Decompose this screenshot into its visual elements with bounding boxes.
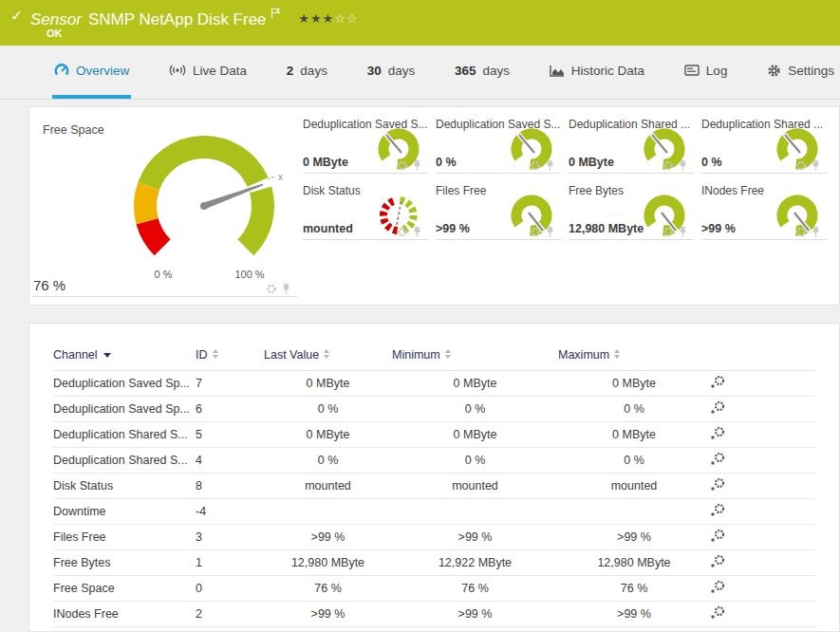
channel-name[interactable]: Deduplication Shared S...: [53, 448, 196, 474]
gauge-tile-grid: Deduplication Saved S... 0 MByte Dedupli…: [303, 117, 834, 240]
channel-last-value: >99 %: [264, 602, 392, 627]
gauge-tile[interactable]: Deduplication Shared ... 0 MByte: [569, 117, 694, 174]
channel-gear-icon[interactable]: [530, 227, 541, 237]
gauge-tile[interactable]: Files Free >99 %: [436, 183, 561, 240]
gauge-tile-value: mounted: [303, 222, 353, 235]
channel-gear-icon[interactable]: [795, 227, 807, 237]
flag-icon[interactable]: [271, 5, 281, 24]
channel-settings-icon[interactable]: [710, 504, 725, 517]
log-icon: [684, 65, 700, 76]
table-row[interactable]: Deduplication Shared S... 5 0 MByte 0 MB…: [53, 422, 815, 448]
tab-log[interactable]: Log: [682, 46, 730, 99]
sort-icon: [213, 349, 218, 359]
channel-minimum: [392, 499, 558, 525]
pin-icon[interactable]: [545, 227, 555, 237]
channel-id: 8: [196, 474, 264, 499]
pin-icon[interactable]: [281, 284, 291, 294]
gauge-max-label: 100 %: [234, 269, 264, 280]
channel-gear-icon[interactable]: [663, 227, 674, 237]
pin-icon[interactable]: [811, 227, 821, 237]
table-row[interactable]: Deduplication Saved Sp... 6 0 % 0 % 0 %: [53, 397, 815, 422]
pin-icon[interactable]: [412, 227, 422, 237]
channel-gear-icon[interactable]: [530, 160, 541, 171]
gauge-icon: [54, 63, 69, 78]
table-row[interactable]: Deduplication Saved Sp... 7 0 MByte 0 MB…: [53, 371, 815, 397]
channel-table: Channel ID Last Value Minimum Maximum De…: [53, 348, 815, 627]
channel-settings-icon[interactable]: [710, 453, 725, 466]
channel-minimum: 0 %: [392, 448, 558, 474]
channel-settings-icon[interactable]: [710, 401, 725, 415]
table-row[interactable]: Free Space 0 76 % 76 % 76 %: [53, 576, 815, 602]
tab-365-days[interactable]: 365 days: [453, 46, 512, 99]
channel-id: 1: [196, 550, 264, 576]
channel-name[interactable]: INodes Free: [53, 602, 196, 627]
gauge-tile[interactable]: Disk Status mounted: [303, 183, 428, 240]
channel-name[interactable]: Downtime: [53, 499, 196, 525]
channel-settings-icon[interactable]: [710, 606, 725, 620]
pin-icon[interactable]: [811, 160, 821, 171]
gauge-tile-value: 0 MByte: [303, 156, 348, 169]
tab-bar: Overview Live Data 2 days 30 days 365 da…: [0, 46, 840, 100]
channel-gear-icon[interactable]: [266, 284, 277, 294]
gauge-tile[interactable]: Deduplication Saved S... 0 %: [436, 117, 561, 174]
channel-gear-icon[interactable]: [663, 160, 674, 171]
table-row[interactable]: Files Free 3 >99 % >99 % >99 %: [53, 525, 815, 550]
pin-icon[interactable]: [412, 160, 422, 171]
channel-settings-icon[interactable]: [710, 376, 725, 389]
channel-settings-icon[interactable]: [710, 555, 725, 568]
channel-minimum: 0 MByte: [392, 371, 558, 397]
channel-name[interactable]: Deduplication Saved Sp...: [53, 371, 196, 397]
table-row[interactable]: Deduplication Shared S... 4 0 % 0 % 0 %: [53, 448, 815, 474]
channel-name[interactable]: Deduplication Saved Sp...: [53, 397, 196, 422]
gauge-tile[interactable]: Free Bytes 12,980 MByte: [569, 183, 694, 240]
channel-settings-icon[interactable]: [710, 530, 725, 543]
channel-minimum: >99 %: [392, 525, 558, 550]
tab-historic-data[interactable]: Historic Data: [548, 46, 646, 99]
channel-gear-icon[interactable]: [397, 227, 408, 237]
table-row[interactable]: Downtime -4: [53, 499, 815, 525]
pin-icon[interactable]: [545, 160, 555, 171]
channel-name[interactable]: Files Free: [53, 525, 196, 550]
page-title: SNMP NetApp Disk Free: [88, 10, 267, 28]
channel-last-value: mounted: [264, 474, 392, 499]
channel-gear-icon[interactable]: [795, 160, 807, 171]
channel-settings-icon[interactable]: [710, 581, 725, 594]
column-header-minimum[interactable]: Minimum: [392, 348, 558, 371]
channel-name[interactable]: Disk Status: [53, 474, 196, 499]
column-header-id[interactable]: ID: [196, 348, 264, 371]
gauge-tile[interactable]: Deduplication Shared ... 0 %: [701, 117, 827, 174]
column-header-channel[interactable]: Channel: [53, 348, 196, 371]
tab-overview[interactable]: Overview: [52, 46, 131, 99]
tab-30-days[interactable]: 30 days: [365, 46, 418, 99]
table-row[interactable]: INodes Free 2 >99 % >99 % >99 %: [53, 602, 815, 627]
channel-gear-icon[interactable]: [397, 160, 408, 171]
column-header-maximum[interactable]: Maximum: [558, 348, 710, 371]
pin-icon[interactable]: [678, 160, 688, 171]
channel-name[interactable]: Free Bytes: [53, 550, 196, 576]
priority-stars[interactable]: ★★★☆☆: [298, 11, 358, 26]
table-row[interactable]: Disk Status 8 mounted mounted mounted: [53, 474, 815, 499]
channel-last-value: 12,980 MByte: [264, 550, 392, 576]
pin-icon[interactable]: [678, 227, 688, 237]
channel-id: 4: [196, 448, 264, 474]
tab-2-days[interactable]: 2 days: [285, 46, 329, 99]
gauge-tile-value: 0 MByte: [569, 156, 614, 169]
stars-empty[interactable]: ☆☆: [334, 11, 358, 26]
tab-live-data[interactable]: Live Data: [167, 46, 249, 99]
column-header-last-value[interactable]: Last Value: [264, 348, 392, 371]
gauges-panel: Free Space x 0 % 100 % 76 % Deduplicatio…: [28, 106, 840, 306]
channel-settings-icon[interactable]: [710, 478, 725, 492]
table-row[interactable]: Free Bytes 1 12,980 MByte 12,922 MByte 1…: [53, 550, 815, 576]
sort-icon: [445, 349, 451, 359]
channel-minimum: 0 %: [392, 397, 558, 422]
live-data-icon: [169, 64, 186, 77]
channel-id: 0: [196, 576, 264, 602]
channel-settings-icon[interactable]: [710, 427, 725, 440]
stars-filled[interactable]: ★★★: [298, 11, 334, 26]
primary-gauge-tile[interactable]: Free Space x 0 % 100 % 76 %: [32, 117, 297, 297]
channel-name[interactable]: Deduplication Shared S...: [53, 422, 196, 448]
gauge-tile[interactable]: INodes Free >99 %: [701, 183, 827, 240]
gauge-tile[interactable]: Deduplication Saved S... 0 MByte: [303, 117, 428, 174]
tab-settings[interactable]: Settings: [765, 46, 836, 99]
channel-name[interactable]: Free Space: [53, 576, 196, 602]
